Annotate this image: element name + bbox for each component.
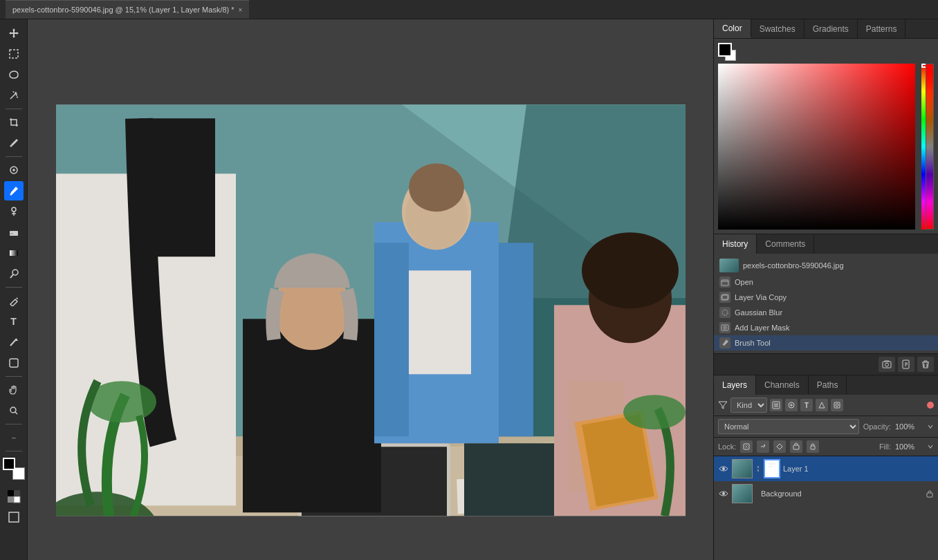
svg-marker-66 xyxy=(819,402,825,408)
tab-channels[interactable]: Channels xyxy=(756,375,809,395)
filter-funnel-icon xyxy=(718,400,728,410)
move-tool[interactable] xyxy=(4,24,24,43)
svg-point-70 xyxy=(764,445,765,446)
history-item-layer-via-copy[interactable]: Layer Via Copy xyxy=(714,290,938,305)
svg-point-1 xyxy=(15,93,17,95)
hand-tool[interactable] xyxy=(4,380,24,400)
svg-point-73 xyxy=(722,467,725,470)
fill-chevron-icon xyxy=(927,443,934,450)
screen-mode-button[interactable] xyxy=(4,507,24,527)
brush-tool[interactable] xyxy=(4,181,24,200)
crop-tool[interactable] xyxy=(4,113,24,132)
foreground-color-swatch[interactable] xyxy=(3,458,15,470)
svg-rect-67 xyxy=(834,402,840,408)
filter-active-dot[interactable] xyxy=(927,402,934,409)
zoom-tool[interactable] xyxy=(4,401,24,420)
tab-comments[interactable]: Comments xyxy=(757,234,814,254)
alpha-slider[interactable] xyxy=(926,64,934,230)
history-item-open[interactable]: Open xyxy=(714,274,938,290)
layer-row-background[interactable]: Background xyxy=(714,481,938,506)
pen-tool[interactable] xyxy=(4,291,24,310)
new-snapshot-button[interactable] xyxy=(879,357,895,372)
layer-name-background: Background xyxy=(761,489,923,498)
text-filter-icon[interactable]: T xyxy=(800,399,813,411)
top-bar: pexels-cottonbro-5990046.jpg @ 15,1% (La… xyxy=(0,0,938,19)
lock-position[interactable] xyxy=(773,440,786,453)
right-panel: Color Swatches Gradients Patterns xyxy=(713,19,938,560)
tab-patterns[interactable]: Patterns xyxy=(858,19,906,38)
history-item-brush-tool[interactable]: Brush Tool xyxy=(714,335,938,351)
svg-rect-10 xyxy=(10,359,18,367)
svg-rect-15 xyxy=(14,490,20,496)
history-blur-icon xyxy=(719,307,730,318)
text-tool[interactable]: T xyxy=(4,312,24,331)
tool-separator-2 xyxy=(6,156,22,157)
quick-mask-button[interactable] xyxy=(4,487,24,506)
fill-value[interactable]: 100% xyxy=(895,442,923,451)
clone-stamp-tool[interactable] xyxy=(4,202,24,221)
canvas-image[interactable] xyxy=(56,104,686,516)
svg-point-59 xyxy=(723,326,727,330)
smart-object-filter-icon[interactable] xyxy=(831,399,843,411)
lock-all[interactable] xyxy=(807,440,819,453)
gradient-tool[interactable] xyxy=(4,243,24,263)
tab-color[interactable]: Color xyxy=(714,19,751,38)
adjustment-filter-icon[interactable] xyxy=(785,399,798,411)
layers-lock-row: Lock: Fill: xyxy=(714,438,938,456)
layer-row-layer1[interactable]: Layer 1 xyxy=(714,456,938,481)
layer-visibility-eye-background[interactable] xyxy=(718,488,729,499)
svg-point-75 xyxy=(722,492,725,495)
tab-history[interactable]: History xyxy=(714,234,757,254)
layers-filter-row: Kind T xyxy=(714,395,938,416)
path-selection-tool[interactable] xyxy=(4,333,24,352)
layer-lock-icon-background xyxy=(926,489,934,498)
lock-image-pixels[interactable] xyxy=(757,440,769,453)
history-tabs: History Comments xyxy=(714,234,938,254)
history-brush-icon xyxy=(719,337,730,348)
opacity-label: Opacity: xyxy=(863,422,891,431)
shape-tool[interactable] xyxy=(4,353,24,373)
eraser-tool[interactable] xyxy=(4,223,24,242)
layers-content: Kind T xyxy=(714,395,938,560)
lock-artboard[interactable] xyxy=(790,440,802,453)
history-item-gaussian-blur[interactable]: Gaussian Blur xyxy=(714,305,938,320)
delete-history-button[interactable] xyxy=(917,357,934,372)
layer-visibility-eye-layer1[interactable] xyxy=(718,463,729,474)
color-gradient-box xyxy=(718,64,934,230)
tab-paths[interactable]: Paths xyxy=(809,375,847,395)
more-tools-button[interactable]: ··· xyxy=(4,428,24,447)
layer-mask-thumb-layer1[interactable] xyxy=(764,459,780,478)
history-item-add-layer-mask[interactable]: Add Layer Mask xyxy=(714,320,938,335)
kind-filter-dropdown[interactable]: Kind xyxy=(730,398,767,413)
tab-gradients[interactable]: Gradients xyxy=(804,19,858,38)
dodge-tool[interactable] xyxy=(4,264,24,283)
magic-wand-tool[interactable] xyxy=(4,86,24,105)
canvas-area xyxy=(28,19,713,560)
tool-separator-5 xyxy=(6,424,22,424)
tool-separator-4 xyxy=(6,376,22,377)
pixel-filter-icon[interactable] xyxy=(770,399,782,411)
color-saturation-picker[interactable] xyxy=(718,64,915,230)
svg-rect-54 xyxy=(721,280,728,286)
eyedropper-tool[interactable] xyxy=(4,133,24,153)
tab-close-button[interactable]: × xyxy=(239,6,243,14)
spot-heal-tool[interactable] xyxy=(4,160,24,180)
svg-point-2 xyxy=(10,145,12,147)
color-swatches-display xyxy=(718,43,934,61)
shape-filter-icon[interactable] xyxy=(816,399,828,411)
blend-mode-dropdown[interactable]: Normal Multiply Screen Overlay xyxy=(718,419,859,434)
lasso-tool[interactable] xyxy=(4,65,24,84)
svg-rect-14 xyxy=(8,496,14,503)
svg-rect-7 xyxy=(10,250,18,256)
tab-swatches[interactable]: Swatches xyxy=(751,19,804,38)
marquee-tool[interactable] xyxy=(4,44,24,64)
document-tab[interactable]: pexels-cottonbro-5990046.jpg @ 15,1% (La… xyxy=(6,0,249,19)
fg-color-picker[interactable] xyxy=(718,43,732,57)
more-tools-icon: ··· xyxy=(12,434,15,442)
lock-transparent-pixels[interactable] xyxy=(740,440,753,453)
tab-layers[interactable]: Layers xyxy=(714,375,756,395)
fg-bg-picker xyxy=(718,43,736,61)
opacity-value[interactable]: 100% xyxy=(895,422,923,431)
create-new-document-button[interactable] xyxy=(898,357,914,372)
history-item-file[interactable]: pexels-cottonbro-5990046.jpg xyxy=(714,256,938,274)
